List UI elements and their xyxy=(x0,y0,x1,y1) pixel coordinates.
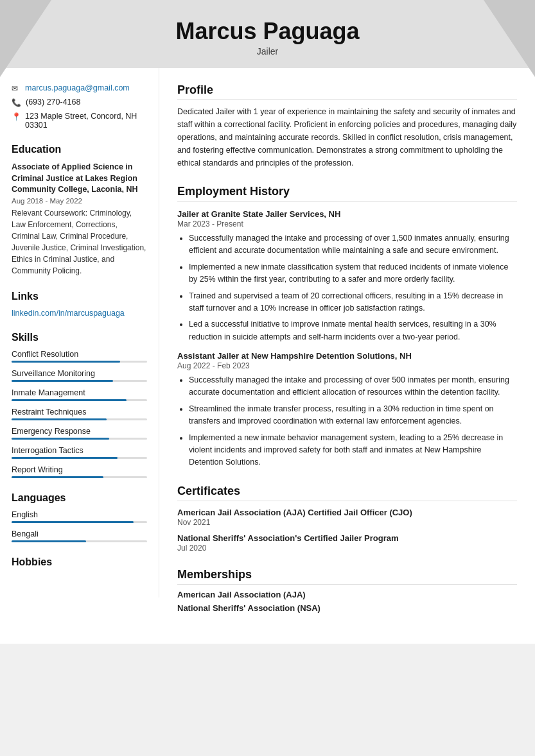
bullet-item: Successfully managed the intake and proc… xyxy=(189,374,517,399)
links-title: Links xyxy=(12,291,147,302)
resume-name: Marcus Paguaga xyxy=(13,18,522,45)
skill-bar-bg xyxy=(12,438,147,440)
profile-section: Profile Dedicated Jailer with 1 year of … xyxy=(177,83,517,169)
cert-title: American Jail Association (AJA) Certifie… xyxy=(177,508,517,517)
bullet-item: Implemented a new inmate classification … xyxy=(189,261,517,286)
bullet-item: Implemented a new inmate behavior manage… xyxy=(189,432,517,469)
skill-bar-bg xyxy=(12,476,147,478)
certificates-section: Certificates American Jail Association (… xyxy=(177,485,517,553)
skill-bar-fill xyxy=(12,438,109,440)
skill-bar-fill xyxy=(12,457,118,459)
phone-icon: 📞 xyxy=(12,98,21,107)
address-text: 123 Maple Street, Concord, NH 03301 xyxy=(25,112,147,130)
body-layout: ✉ marcus.paguaga@gmail.com 📞 (693) 270-4… xyxy=(0,68,535,644)
certificate-entry: American Jail Association (AJA) Certifie… xyxy=(177,508,517,527)
language-label: English xyxy=(12,510,147,519)
skill-label: Restraint Techniques xyxy=(12,408,147,417)
job-title: Assistant Jailer at New Hampshire Detent… xyxy=(177,351,517,361)
language-bar-bg xyxy=(12,540,147,542)
skill-bar-bg xyxy=(12,380,147,382)
skill-bar-fill xyxy=(12,418,107,420)
language-item: Bengali xyxy=(12,529,147,542)
cert-date: Nov 2021 xyxy=(177,518,517,527)
languages-title: Languages xyxy=(12,492,147,504)
cert-title: National Sheriffs' Association's Certifi… xyxy=(177,533,517,543)
edu-degree: Associate of Applied Science in Criminal… xyxy=(12,162,147,196)
bullet-item: Trained and supervised a team of 20 corr… xyxy=(189,290,517,315)
skill-label: Surveillance Monitoring xyxy=(12,369,147,378)
phone-number: (693) 270-4168 xyxy=(26,98,80,107)
memberships-section-title: Memberships xyxy=(177,568,517,585)
contact-section: ✉ marcus.paguaga@gmail.com 📞 (693) 270-4… xyxy=(12,83,147,130)
skill-item: Restraint Techniques xyxy=(12,408,147,420)
skill-label: Conflict Resolution xyxy=(12,350,147,359)
job-title: Jailer at Granite State Jailer Services,… xyxy=(177,209,517,219)
email-icon: ✉ xyxy=(12,84,21,93)
employment-section: Employment History Jailer at Granite Sta… xyxy=(177,185,517,469)
skill-item: Emergency Response xyxy=(12,427,147,440)
linkedin-link[interactable]: linkedin.com/in/marcuspaguaga xyxy=(12,309,147,318)
bullet-item: Led a successful initiative to improve i… xyxy=(189,318,517,343)
header: Marcus Paguaga Jailer xyxy=(0,0,535,68)
sidebar: ✉ marcus.paguaga@gmail.com 📞 (693) 270-4… xyxy=(0,68,159,597)
skill-item: Report Writing xyxy=(12,465,147,478)
location-icon: 📍 xyxy=(12,112,21,121)
skill-item: Interrogation Tactics xyxy=(12,446,147,459)
address-contact: 📍 123 Maple Street, Concord, NH 03301 xyxy=(12,112,147,130)
education-section: Education Associate of Applied Science i… xyxy=(12,144,147,277)
email-link[interactable]: marcus.paguaga@gmail.com xyxy=(25,83,130,92)
skill-label: Emergency Response xyxy=(12,427,147,436)
bullet-item: Successfully managed the intake and proc… xyxy=(189,232,517,257)
cert-date: Jul 2020 xyxy=(177,544,517,553)
certificates-list: American Jail Association (AJA) Certifie… xyxy=(177,508,517,553)
skill-bar-fill xyxy=(12,476,103,478)
job-date: Mar 2023 - Present xyxy=(177,219,517,228)
skill-label: Interrogation Tactics xyxy=(12,446,147,455)
languages-list: English Bengali xyxy=(12,510,147,542)
membership-item: American Jail Association (AJA) xyxy=(177,590,517,599)
membership-item: National Sheriffs' Association (NSA) xyxy=(177,603,517,613)
certificates-section-title: Certificates xyxy=(177,485,517,501)
main-content: Profile Dedicated Jailer with 1 year of … xyxy=(159,68,535,644)
skill-bar-fill xyxy=(12,361,120,363)
language-item: English xyxy=(12,510,147,523)
coursework-label: Relevant Coursework: xyxy=(12,209,87,218)
skill-item: Conflict Resolution xyxy=(12,350,147,363)
phone-contact: 📞 (693) 270-4168 xyxy=(12,98,147,107)
job-entry: Jailer at Granite State Jailer Services,… xyxy=(177,209,517,343)
skill-bar-bg xyxy=(12,457,147,459)
language-label: Bengali xyxy=(12,529,147,538)
skill-bar-bg xyxy=(12,418,147,420)
memberships-section: Memberships American Jail Association (A… xyxy=(177,568,517,613)
profile-text: Dedicated Jailer with 1 year of experien… xyxy=(177,105,517,169)
skill-bar-bg xyxy=(12,399,147,401)
skills-title: Skills xyxy=(12,332,147,343)
email-contact: ✉ marcus.paguaga@gmail.com xyxy=(12,83,147,93)
job-bullets: Successfully managed the intake and proc… xyxy=(177,232,517,343)
certificate-entry: National Sheriffs' Association's Certifi… xyxy=(177,533,517,553)
coursework-text: Criminology, Law Enforcement, Correction… xyxy=(12,209,146,275)
job-entry: Assistant Jailer at New Hampshire Detent… xyxy=(177,351,517,469)
edu-dates: Aug 2018 - May 2022 xyxy=(12,197,147,205)
hobbies-title: Hobbies xyxy=(12,556,147,568)
job-date: Aug 2022 - Feb 2023 xyxy=(177,361,517,370)
language-bar-fill xyxy=(12,521,134,523)
languages-section: Languages English Bengali xyxy=(12,492,147,542)
profile-section-title: Profile xyxy=(177,83,517,100)
edu-coursework: Relevant Coursework: Criminology, Law En… xyxy=(12,207,147,277)
skill-bar-fill xyxy=(12,399,127,401)
resume-title: Jailer xyxy=(13,46,522,56)
language-bar-fill xyxy=(12,540,86,542)
language-bar-bg xyxy=(12,521,147,523)
skill-bar-fill xyxy=(12,380,113,382)
memberships-list: American Jail Association (AJA)National … xyxy=(177,590,517,613)
skill-item: Inmate Management xyxy=(12,388,147,401)
links-section: Links linkedin.com/in/marcuspaguaga xyxy=(12,291,147,318)
skill-item: Surveillance Monitoring xyxy=(12,369,147,382)
education-title: Education xyxy=(12,144,147,155)
skill-label: Inmate Management xyxy=(12,388,147,397)
skills-section: Skills Conflict Resolution Surveillance … xyxy=(12,332,147,478)
employment-list: Jailer at Granite State Jailer Services,… xyxy=(177,209,517,469)
resume-page: Marcus Paguaga Jailer ✉ marcus.paguaga@g… xyxy=(0,0,535,644)
skills-list: Conflict Resolution Surveillance Monitor… xyxy=(12,350,147,478)
